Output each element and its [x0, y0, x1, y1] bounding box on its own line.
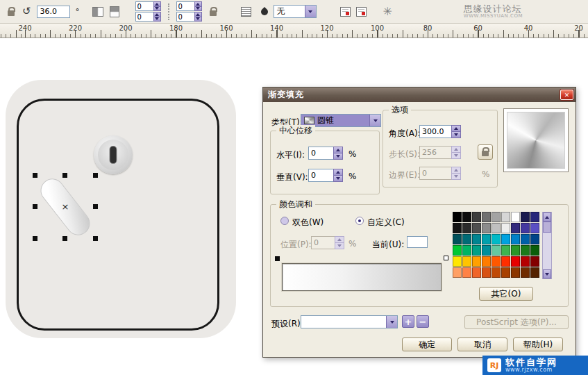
spin-up-icon[interactable] — [451, 125, 461, 132]
gradient-end-node[interactable] — [444, 256, 448, 260]
palette-swatch[interactable] — [530, 256, 539, 267]
coord-x1-input[interactable] — [135, 1, 153, 11]
horizontal-spinner[interactable] — [308, 147, 343, 160]
palette-swatch[interactable] — [472, 267, 481, 278]
spin-down-icon[interactable] — [194, 7, 202, 12]
coord-y1-spinner[interactable] — [135, 12, 161, 22]
cancel-button[interactable]: 取消 — [457, 338, 507, 351]
palette-swatch[interactable] — [521, 212, 530, 222]
palette-swatch[interactable] — [511, 223, 520, 233]
palette-swatch[interactable] — [530, 267, 539, 278]
angle-input[interactable] — [419, 125, 451, 138]
palette-swatch[interactable] — [482, 267, 491, 278]
palette-swatch[interactable] — [472, 234, 481, 244]
selection-handle[interactable] — [33, 236, 37, 241]
palette-swatch[interactable] — [462, 223, 471, 233]
palette-swatch[interactable] — [482, 212, 491, 222]
selection-handle[interactable] — [62, 173, 67, 178]
palette-scrollbar[interactable] — [542, 212, 552, 279]
copy-outline-icon[interactable] — [356, 7, 367, 17]
coord-x2-input[interactable] — [176, 1, 194, 11]
palette-swatch[interactable] — [511, 256, 520, 267]
steps-lock-button[interactable] — [478, 144, 493, 160]
others-button[interactable]: 其它(O) — [479, 287, 533, 301]
spin-down-icon[interactable] — [194, 17, 202, 22]
remove-preset-button[interactable]: − — [417, 315, 429, 328]
dropdown-arrow-icon[interactable] — [305, 6, 316, 17]
coord-y2-input[interactable] — [176, 12, 194, 22]
scroll-down-icon[interactable] — [543, 269, 551, 278]
palette-swatch[interactable] — [492, 234, 501, 244]
horizontal-input[interactable] — [308, 147, 333, 160]
palette-swatch[interactable] — [482, 245, 491, 256]
spin-down-icon[interactable] — [153, 17, 161, 22]
current-color-swatch[interactable] — [407, 236, 428, 248]
coord-y1-input[interactable] — [135, 12, 153, 22]
palette-swatch[interactable] — [530, 212, 539, 222]
mirror-vertical-icon[interactable] — [110, 6, 119, 17]
palette-swatch[interactable] — [511, 212, 520, 222]
copy-fill-icon[interactable] — [340, 7, 351, 17]
outline-width-dropdown[interactable]: 无 — [274, 5, 317, 18]
palette-swatch[interactable] — [462, 245, 471, 256]
selection-handle[interactable] — [93, 236, 98, 241]
selection-handle[interactable] — [33, 173, 37, 178]
palette-swatch[interactable] — [501, 256, 510, 267]
palette-swatch[interactable] — [462, 234, 471, 244]
presets-dropdown[interactable] — [301, 315, 398, 328]
undo-icon[interactable]: ↺ — [22, 6, 31, 17]
palette-swatch[interactable] — [462, 212, 471, 222]
palette-swatch[interactable] — [472, 256, 481, 267]
palette-swatch[interactable] — [530, 245, 539, 256]
palette-swatch[interactable] — [521, 223, 530, 233]
spin-down-icon[interactable] — [451, 132, 461, 138]
selection-handle[interactable] — [93, 204, 98, 209]
palette-swatch[interactable] — [492, 212, 501, 222]
dialog-titlebar[interactable]: 渐变填充 ✕ — [263, 88, 576, 102]
palette-swatch[interactable] — [492, 256, 501, 267]
palette-swatch[interactable] — [492, 245, 501, 256]
mirror-horizontal-icon[interactable] — [92, 7, 103, 17]
vertical-spinner[interactable] — [308, 169, 343, 182]
vertical-input[interactable] — [308, 169, 333, 182]
coord-y2-spinner[interactable] — [176, 12, 202, 22]
palette-swatch[interactable] — [521, 234, 530, 244]
palette-swatch[interactable] — [521, 267, 530, 278]
palette-swatch[interactable] — [530, 223, 539, 233]
palette-swatch[interactable] — [492, 223, 501, 233]
dropdown-arrow-icon[interactable] — [386, 316, 397, 328]
palette-swatch[interactable] — [453, 267, 462, 278]
add-preset-button[interactable]: + — [402, 315, 414, 328]
palette-swatch[interactable] — [482, 223, 491, 233]
text-wrap-icon[interactable] — [241, 7, 251, 17]
dropdown-arrow-icon[interactable] — [369, 115, 380, 126]
spin-up-icon[interactable] — [194, 12, 202, 17]
spin-up-icon[interactable] — [194, 1, 202, 7]
palette-swatch[interactable] — [511, 267, 520, 278]
palette-swatch[interactable] — [501, 267, 510, 278]
scroll-up-icon[interactable] — [543, 212, 551, 222]
spin-up-icon[interactable] — [153, 1, 161, 7]
custom-radio[interactable] — [355, 217, 364, 225]
palette-swatch[interactable] — [501, 212, 510, 222]
help-button[interactable]: 帮助(H) — [513, 338, 563, 351]
palette-swatch[interactable] — [472, 212, 481, 222]
spin-up-icon[interactable] — [153, 12, 161, 17]
selection-handle[interactable] — [93, 173, 98, 178]
palette-swatch[interactable] — [482, 234, 491, 244]
keyhole-object[interactable] — [94, 135, 133, 174]
spin-up-icon[interactable] — [333, 147, 343, 153]
ok-button[interactable]: 确定 — [402, 338, 452, 351]
palette-swatch[interactable] — [453, 234, 462, 244]
gradient-start-node[interactable] — [275, 256, 280, 261]
palette-swatch[interactable] — [501, 245, 510, 256]
palette-swatch[interactable] — [462, 267, 471, 278]
palette-swatch[interactable] — [453, 256, 462, 267]
coord-x1-spinner[interactable] — [135, 1, 161, 11]
coord-x2-spinner[interactable] — [176, 1, 202, 11]
lock-icon[interactable] — [6, 6, 17, 18]
palette-swatch[interactable] — [521, 245, 530, 256]
spin-up-icon[interactable] — [333, 169, 343, 176]
palette-swatch[interactable] — [482, 256, 491, 267]
palette-swatch[interactable] — [472, 223, 481, 233]
